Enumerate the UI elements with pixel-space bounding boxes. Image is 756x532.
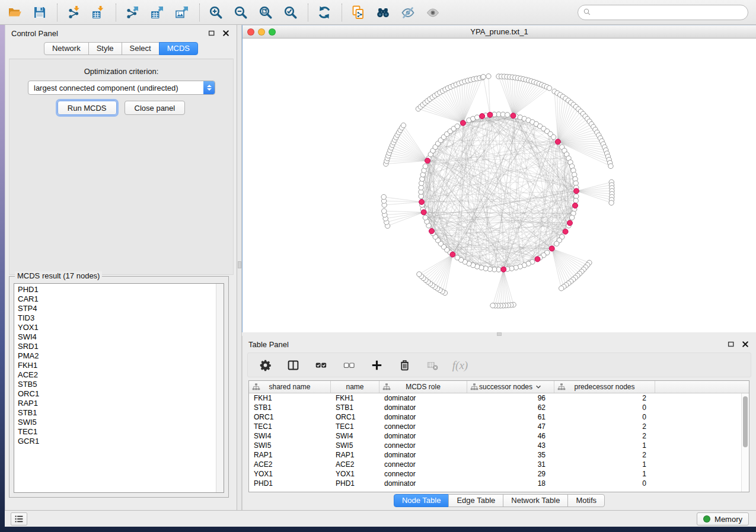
tab-motifs[interactable]: Motifs <box>567 494 605 507</box>
main-toolbar <box>0 0 756 25</box>
mcds-result-scrollbar[interactable] <box>216 284 224 492</box>
traffic-light-minimize[interactable] <box>258 28 265 36</box>
table-row[interactable]: PHD1PHD1dominator180 <box>249 479 741 488</box>
float-icon <box>727 340 735 348</box>
column-header-label: shared name <box>269 383 310 391</box>
table-row[interactable]: ACE2ACE2connector311 <box>249 460 741 469</box>
table-row[interactable]: SWI4SWI4dominator462 <box>249 431 741 441</box>
save-button[interactable] <box>30 3 50 22</box>
control-panel-close-button[interactable] <box>221 28 231 38</box>
zoom-selected-button[interactable] <box>280 3 301 22</box>
table-panel-close-button[interactable] <box>741 339 750 349</box>
zoom-out-button[interactable] <box>231 3 251 22</box>
table-cell: FKH1 <box>331 394 379 402</box>
mcds-result-item[interactable]: GCR1 <box>14 437 215 446</box>
table-scrollbar-thumb[interactable] <box>743 396 748 447</box>
mcds-result-item[interactable]: TEC1 <box>14 427 215 437</box>
table-scrollbar[interactable] <box>741 393 749 492</box>
hide-selected-button[interactable] <box>398 3 418 22</box>
settings-button[interactable] <box>257 357 273 373</box>
table-row[interactable]: TEC1TEC1connector472 <box>249 422 741 431</box>
table-panel-float-button[interactable] <box>726 339 736 349</box>
shared-column-icon <box>557 383 566 391</box>
table-cell: ORC1 <box>331 413 379 421</box>
table-row[interactable]: ORC1ORC1dominator610 <box>249 412 741 422</box>
zoom-in-button[interactable] <box>206 3 226 22</box>
criterion-select[interactable]: largest connected component (undirected) <box>28 81 215 95</box>
split-view-button[interactable] <box>285 357 301 373</box>
mcds-result-item[interactable]: RAP1 <box>14 399 215 408</box>
mcds-result-item[interactable]: SWI4 <box>14 332 215 342</box>
mcds-result-item[interactable]: YOX1 <box>14 323 215 332</box>
table-cell: 0 <box>554 413 655 421</box>
deselect-all-button[interactable] <box>341 357 356 373</box>
duplicate-network-button[interactable] <box>348 3 368 22</box>
tab-network-table[interactable]: Network Table <box>503 494 568 507</box>
table-cell: RAP1 <box>331 451 379 459</box>
tab-select[interactable]: Select <box>122 42 160 55</box>
mcds-result-item[interactable]: ORC1 <box>14 389 215 399</box>
mcds-result-item[interactable]: CAR1 <box>14 294 215 304</box>
export-network-button[interactable] <box>122 3 142 22</box>
table-panel: Table Panel f(x) shared namenameMCDS rol… <box>242 336 756 510</box>
table-cell: dominator <box>379 432 467 440</box>
mcds-result-item[interactable]: FKH1 <box>14 361 215 370</box>
function-builder-button: f(x) <box>452 357 468 373</box>
table-row[interactable]: RAP1RAP1dominator352 <box>249 450 741 460</box>
table-row[interactable]: STB1STB1dominator620 <box>249 403 741 412</box>
mcds-result-item[interactable]: TID3 <box>14 313 215 323</box>
sort-desc-icon <box>535 383 542 390</box>
tab-mcds[interactable]: MCDS <box>159 42 198 55</box>
delete-table-button <box>425 357 440 373</box>
control-panel-float-button[interactable] <box>207 28 216 38</box>
run-mcds-button[interactable]: Run MCDS <box>58 101 117 115</box>
panel-menu-button[interactable] <box>11 512 27 525</box>
mcds-result-item[interactable]: SWI5 <box>14 418 215 427</box>
close-panel-button[interactable]: Close panel <box>125 101 186 115</box>
traffic-light-close[interactable] <box>247 28 254 36</box>
search-input[interactable] <box>578 5 748 20</box>
column-header-successor-nodes[interactable]: successor nodes <box>467 381 554 393</box>
mcds-result-listbox[interactable]: PHD1CAR1STP4TID3YOX1SWI4SRD1PMA2FKH1ACE2… <box>14 283 224 493</box>
column-header-predecessor-nodes[interactable]: predecessor nodes <box>554 381 655 393</box>
column-header-name[interactable]: name <box>331 381 379 393</box>
export-image-button[interactable] <box>172 3 192 22</box>
table-cell: SWI4 <box>249 432 331 440</box>
select-all-button[interactable] <box>313 357 328 373</box>
table-cell: ACE2 <box>249 460 331 469</box>
tab-edge-table[interactable]: Edge Table <box>448 494 503 507</box>
traffic-light-maximize[interactable] <box>269 28 276 36</box>
mcds-result-item[interactable]: STB5 <box>14 380 215 389</box>
table-cell: ORC1 <box>249 413 331 421</box>
memory-button[interactable]: Memory <box>697 512 749 525</box>
column-header-shared-name[interactable]: shared name <box>249 381 331 393</box>
mcds-result-item[interactable]: STB1 <box>14 408 215 418</box>
table-row[interactable]: FKH1FKH1dominator962 <box>249 393 741 403</box>
tab-style[interactable]: Style <box>88 42 122 55</box>
table-row[interactable]: SWI5SWI5connector431 <box>249 441 741 450</box>
vertical-splitter[interactable] <box>237 25 242 510</box>
mcds-result-item[interactable]: PHD1 <box>14 285 215 294</box>
import-table-button[interactable] <box>88 3 109 22</box>
network-canvas[interactable] <box>243 39 756 333</box>
first-neighbors-button[interactable] <box>373 3 393 22</box>
refresh-button[interactable] <box>314 3 334 22</box>
show-hidden-icon <box>426 5 440 20</box>
first-neighbors-icon <box>376 5 390 20</box>
open-button[interactable] <box>5 3 25 22</box>
tab-node-table[interactable]: Node Table <box>394 494 449 507</box>
delete-column-button[interactable] <box>397 357 412 373</box>
tab-network[interactable]: Network <box>44 42 89 55</box>
mcds-result-item[interactable]: SRD1 <box>14 342 215 351</box>
mcds-result-item[interactable]: PMA2 <box>14 351 215 361</box>
search-field[interactable] <box>596 8 743 17</box>
zoom-fit-button[interactable] <box>256 3 276 22</box>
mcds-result-item[interactable]: ACE2 <box>14 370 215 380</box>
add-column-button[interactable] <box>369 357 384 373</box>
export-table-button[interactable] <box>147 3 167 22</box>
column-header-MCDS-role[interactable]: MCDS role <box>379 381 467 393</box>
toolbar-separator <box>116 4 116 21</box>
mcds-result-item[interactable]: STP4 <box>14 304 215 313</box>
import-network-button[interactable] <box>63 3 84 22</box>
table-row[interactable]: YOX1YOX1connector291 <box>249 469 741 479</box>
